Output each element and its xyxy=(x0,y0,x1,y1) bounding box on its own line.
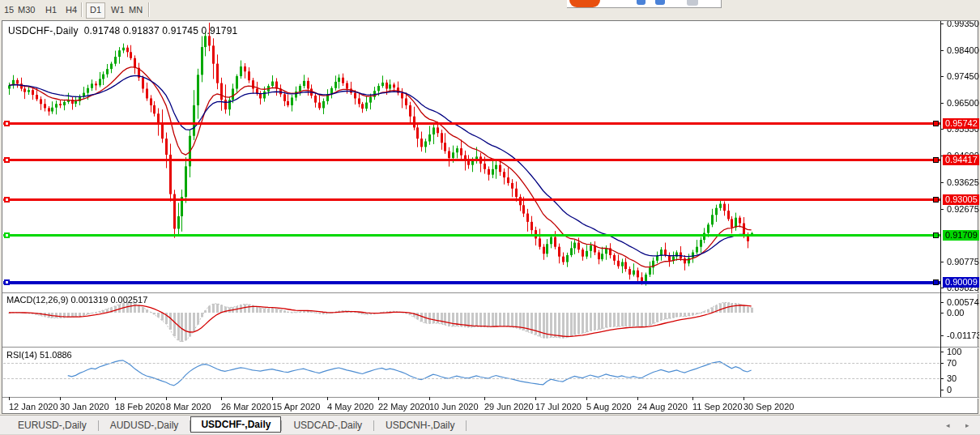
macd-panel-separator[interactable] xyxy=(2,292,979,294)
chart-title: USDCHF-,Daily 0.91748 0.91837 0.91745 0.… xyxy=(8,25,237,36)
price-axis-tick-label: 0.92675 xyxy=(947,204,979,214)
trading-app-window: 15M30H1H4D1W1MN USDCHF-,Daily 0.91748 0.… xyxy=(0,0,980,435)
timeframe-button-w1[interactable]: W1 xyxy=(108,2,128,17)
date-axis-label: 17 Jul 2020 xyxy=(535,402,582,412)
date-axis-label: 4 May 2020 xyxy=(327,402,373,412)
line-handle[interactable] xyxy=(933,279,939,285)
line-handle[interactable] xyxy=(933,121,939,126)
macd-values: 0.001319 0.002517 xyxy=(70,295,147,305)
timeframe-button-mn[interactable]: MN xyxy=(126,2,146,17)
date-axis-label: 8 Mar 2020 xyxy=(166,402,211,412)
date-axis-tick xyxy=(429,397,430,400)
date-axis-tick xyxy=(166,397,167,400)
price-chart-canvas[interactable] xyxy=(2,21,940,397)
macd-axis-label: 0.00 xyxy=(947,308,964,318)
date-axis-label: 22 May 2020 xyxy=(378,402,430,412)
support-resistance-line-0.91709[interactable] xyxy=(3,234,940,237)
line-handle[interactable] xyxy=(4,121,10,126)
toolbar-fragment-icon xyxy=(687,0,698,6)
tab-separator xyxy=(466,420,467,431)
price-axis-tick xyxy=(941,50,944,51)
chart-tab-usdchf[interactable]: USDCHF-,Daily xyxy=(190,416,281,433)
date-axis-tick xyxy=(484,397,485,400)
support-resistance-line-0.90009[interactable] xyxy=(3,281,940,284)
date-axis-label: 29 Jun 2020 xyxy=(484,402,534,412)
macd-axis: 0.0057440.00-0.011738 xyxy=(941,293,979,347)
macd-axis-label: -0.011738 xyxy=(947,331,979,340)
date-axis-tick xyxy=(378,397,379,400)
line-handle[interactable] xyxy=(933,232,939,238)
date-axis-label: 18 Feb 2020 xyxy=(115,402,165,412)
rsi-axis-label: 0 xyxy=(947,385,952,394)
support-resistance-line-0.93005[interactable] xyxy=(3,198,940,201)
date-axis-tick xyxy=(744,397,744,400)
price-level-flag: 0.93005 xyxy=(943,194,979,205)
date-axis-tick xyxy=(115,397,116,400)
line-handle[interactable] xyxy=(933,197,939,203)
rsi-axis-label: 70 xyxy=(947,358,957,368)
date-axis-label: 24 Aug 2020 xyxy=(637,402,688,412)
price-axis-tick-label: 0.98400 xyxy=(947,45,979,55)
toolbar-separator xyxy=(81,2,83,17)
line-handle[interactable] xyxy=(4,232,10,238)
price-level-flag: 0.94417 xyxy=(943,155,979,165)
price-axis-tick-label: 0.90775 xyxy=(947,257,979,267)
chart-tab-usdcad[interactable]: USDCAD-,Daily xyxy=(282,417,373,433)
price-axis-tick-label: 0.99350 xyxy=(947,21,979,28)
date-axis-tick xyxy=(221,397,222,400)
macd-axis-tick xyxy=(941,313,944,313)
date-axis-label: 12 Jan 2020 xyxy=(9,402,58,412)
date-axis-tick xyxy=(586,397,587,400)
price-axis-tick-label: 0.93625 xyxy=(947,177,979,187)
ohlc-quote-label: 0.91748 0.91837 0.91745 0.91791 xyxy=(84,25,238,36)
line-handle[interactable] xyxy=(4,197,10,203)
price-axis: 0.993500.984000.974500.965000.955500.946… xyxy=(941,21,979,292)
timeframe-button-m30[interactable]: M30 xyxy=(15,2,38,17)
date-axis-tick xyxy=(272,397,273,400)
rsi-axis-tick xyxy=(941,363,944,364)
price-axis-tick xyxy=(941,23,944,24)
symbol-period-label: USDCHF-,Daily xyxy=(8,25,79,36)
tab-scroll-right-button[interactable]: ▸ xyxy=(965,421,969,429)
macd-axis-tick xyxy=(941,302,944,303)
timeframe-button-d1[interactable]: D1 xyxy=(86,2,105,19)
price-level-flag: 0.95742 xyxy=(943,118,979,129)
toolbar-fragment-icon xyxy=(637,0,646,5)
timeframe-button-h1[interactable]: H1 xyxy=(42,2,60,17)
price-axis-tick xyxy=(941,288,944,288)
chart-tab-eurusd[interactable]: EURUSD-,Daily xyxy=(6,417,98,433)
price-level-flag: 0.90009 xyxy=(943,277,979,288)
rsi-axis-tick xyxy=(941,390,944,390)
date-axis-label: 30 Jan 2020 xyxy=(60,402,109,412)
support-resistance-line-0.94417[interactable] xyxy=(3,159,940,161)
tab-scroll-left-button[interactable]: ◂ xyxy=(946,421,950,429)
chart-tab-bar: EURUSD-,DailyAUDUSD-,DailyUSDCHF-,DailyU… xyxy=(0,415,980,435)
toolbar-fragment-icon xyxy=(655,0,665,5)
rsi-axis-label: 100 xyxy=(947,348,961,356)
price-axis-tick-label: 0.96500 xyxy=(947,98,979,108)
date-axis-tick xyxy=(9,397,10,400)
chart-tab-usdcnh[interactable]: USDCNH-,Daily xyxy=(374,417,466,433)
date-axis-label: 5 Aug 2020 xyxy=(586,402,632,412)
rsi-panel-separator[interactable] xyxy=(2,347,979,348)
line-handle[interactable] xyxy=(4,279,10,285)
timeframe-button-h4[interactable]: H4 xyxy=(62,2,80,17)
date-axis-tick xyxy=(637,397,638,400)
logo-fragment-icon xyxy=(569,0,600,7)
date-axis-tick xyxy=(327,397,328,400)
rsi-axis-label: 30 xyxy=(947,373,957,383)
support-resistance-line-0.95742[interactable] xyxy=(3,122,940,125)
price-axis-tick xyxy=(941,262,944,262)
line-handle[interactable] xyxy=(4,157,10,163)
date-axis-label: 10 Jun 2020 xyxy=(429,402,479,412)
chart-tab-audusd[interactable]: AUDUSD-,Daily xyxy=(99,417,190,433)
price-axis-tick-label: 0.97450 xyxy=(947,71,979,81)
rsi-level-line xyxy=(3,363,940,364)
chart-window: USDCHF-,Daily 0.91748 0.91837 0.91745 0.… xyxy=(2,20,978,414)
date-axis-label: 11 Sep 2020 xyxy=(692,402,743,412)
price-axis-tick xyxy=(941,182,944,183)
date-axis-label: 15 Apr 2020 xyxy=(272,402,320,412)
macd-indicator-label: MACD(12,26,9) 0.001319 0.002517 xyxy=(6,295,147,305)
rsi-axis: 10070300 xyxy=(941,348,979,397)
line-handle[interactable] xyxy=(933,157,939,163)
